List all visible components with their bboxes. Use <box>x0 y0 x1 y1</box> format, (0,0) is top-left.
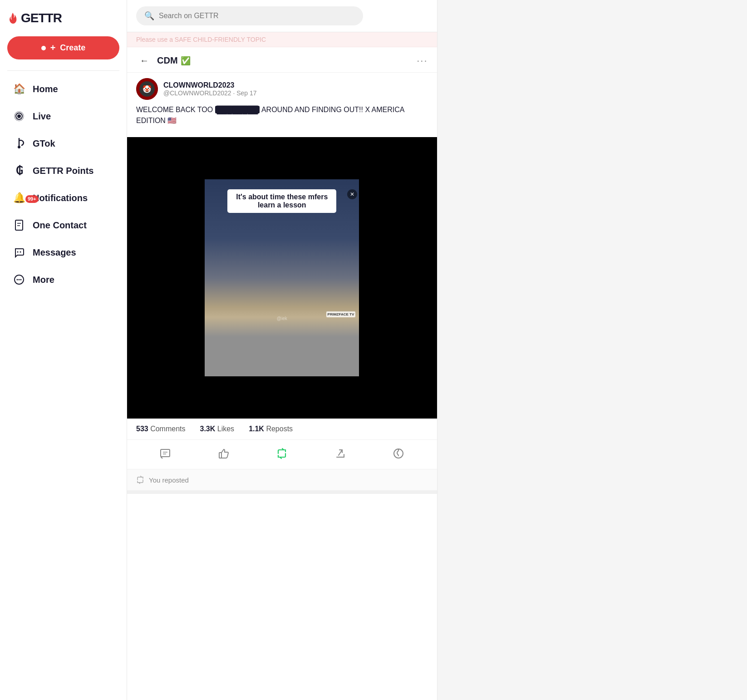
post-body: 🤡 CLOWNWORLD2023 @CLOWNWORLD2022 · Sep 1… <box>127 73 437 137</box>
nav-label-more: More <box>33 275 54 285</box>
video-watermark: PRIMZFACE TV <box>326 311 356 317</box>
comments-label: Comments <box>150 425 185 433</box>
share-icon <box>335 448 346 459</box>
faded-top-bar: Please use a SAFE CHILD-FRIENDLY TOPIC <box>127 32 437 47</box>
search-input[interactable] <box>159 12 355 20</box>
post-more-button[interactable]: ··· <box>417 55 428 67</box>
one-contact-icon <box>13 219 25 232</box>
sidebar-divider <box>7 70 119 71</box>
messages-icon <box>13 246 25 259</box>
video-handle-watermark: @iek <box>277 316 287 321</box>
create-button[interactable]: + Create <box>7 36 119 59</box>
likes-stat: 3.3K Likes <box>200 425 235 433</box>
video-overlay-text: It's about time these mfers learn a less… <box>227 189 336 213</box>
sidebar-item-live[interactable]: Live <box>7 104 119 129</box>
svg-point-3 <box>18 146 20 148</box>
svg-point-12 <box>20 279 22 281</box>
repost-notice-text: You reposted <box>149 476 189 484</box>
svg-point-0 <box>17 114 21 118</box>
sidebar-item-gettr-points[interactable]: ₲ GETTR Points <box>7 158 119 183</box>
verified-icon: ✅ <box>181 56 191 66</box>
svg-point-10 <box>17 279 18 281</box>
sidebar-item-home[interactable]: 🏠 Home <box>7 76 119 102</box>
post-card: ← CDM ✅ ··· 🤡 <box>127 47 437 494</box>
post-handle-date: @CLOWNWORLD2022 · Sep 17 <box>163 89 257 97</box>
nav-label-live: Live <box>33 111 51 122</box>
right-panel <box>437 0 747 700</box>
nav-label-gettr-points: GETTR Points <box>33 166 93 176</box>
plus-icon: + <box>50 43 56 53</box>
sidebar-item-one-contact[interactable]: One Contact <box>7 212 119 238</box>
notification-badge: 99+ <box>25 195 39 203</box>
bell-icon: 🔔 99+ <box>13 192 25 204</box>
nav-label-one-contact: One Contact <box>33 220 87 231</box>
nav-label-messages: Messages <box>33 247 76 258</box>
more-icon <box>13 273 25 286</box>
svg-text:🤡: 🤡 <box>143 85 152 94</box>
nav-label-notifications: Notifications <box>33 193 88 203</box>
nav-label-home: Home <box>33 84 58 94</box>
logo-text: GETTR <box>21 11 62 25</box>
like-icon <box>218 448 229 459</box>
likes-count: 3.3K <box>200 425 216 433</box>
channel-name: CDM <box>157 55 178 66</box>
gtok-icon <box>13 137 25 150</box>
tip-icon <box>393 448 404 459</box>
sidebar-item-messages[interactable]: Messages <box>7 240 119 265</box>
comments-stat: 533 Comments <box>136 425 186 433</box>
video-inner: It's about time these mfers learn a less… <box>205 137 359 419</box>
stats-row: 533 Comments 3.3K Likes 1.1K Reposts <box>127 419 437 440</box>
svg-point-8 <box>20 251 21 253</box>
avatar: 🤡 <box>136 78 158 100</box>
nav-label-gtok: GTok <box>33 138 55 149</box>
svg-point-11 <box>19 279 20 281</box>
repost-icon <box>276 448 287 459</box>
video-close-button[interactable]: ✕ <box>347 189 357 199</box>
avatar-image: 🤡 <box>136 78 158 100</box>
repost-button[interactable] <box>269 444 295 463</box>
post-censored-word: ████████ <box>215 106 260 113</box>
channel-title: CDM ✅ <box>157 55 191 66</box>
actions-row <box>127 440 437 469</box>
post-username: CLOWNWORLD2023 <box>163 81 257 89</box>
sidebar: GETTR + Create 🏠 Home Live GTok <box>0 0 127 700</box>
svg-point-7 <box>17 251 19 253</box>
post-text: WELCOME BACK TOO ████████ AROUND AND FIN… <box>136 104 428 126</box>
tip-button[interactable] <box>386 444 411 463</box>
video-container: It's about time these mfers learn a less… <box>127 137 437 419</box>
create-dot <box>41 46 46 50</box>
svg-point-22 <box>398 449 399 451</box>
sidebar-item-notifications[interactable]: 🔔 99+ Notifications <box>7 185 119 211</box>
sidebar-item-more[interactable]: More <box>7 267 119 292</box>
back-button[interactable]: ← <box>136 54 152 68</box>
post-user-row: 🤡 CLOWNWORLD2023 @CLOWNWORLD2022 · Sep 1… <box>136 78 428 100</box>
post-text-before: WELCOME BACK TOO <box>136 106 213 113</box>
sidebar-item-gtok[interactable]: GTok <box>7 131 119 156</box>
logo: GETTR <box>7 9 119 27</box>
search-icon: 🔍 <box>144 11 154 21</box>
home-icon: 🏠 <box>13 83 25 95</box>
svg-rect-16 <box>161 449 170 457</box>
likes-label: Likes <box>217 425 234 433</box>
reposts-count: 1.1K <box>249 425 264 433</box>
repost-notice: You reposted <box>127 469 437 490</box>
gettr-points-icon: ₲ <box>13 164 25 177</box>
svg-rect-20 <box>219 453 221 458</box>
post-user-info: CLOWNWORLD2023 @CLOWNWORLD2022 · Sep 17 <box>163 81 257 97</box>
post-handle: @CLOWNWORLD2022 <box>163 89 231 97</box>
flame-icon <box>7 12 18 25</box>
comments-count: 533 <box>136 425 148 433</box>
comment-button[interactable] <box>152 444 178 463</box>
search-bar-wrapper: 🔍 <box>127 0 437 32</box>
repost-notice-icon <box>136 476 144 484</box>
reposts-label: Reposts <box>266 425 293 433</box>
reposts-stat: 1.1K Reposts <box>249 425 293 433</box>
post-date: Sep 17 <box>236 89 256 97</box>
live-icon <box>13 110 25 123</box>
search-bar[interactable]: 🔍 <box>136 6 363 25</box>
main-content: 🔍 Please use a SAFE CHILD-FRIENDLY TOPIC… <box>127 0 437 700</box>
like-button[interactable] <box>211 444 236 463</box>
share-button[interactable] <box>328 444 353 463</box>
comment-icon <box>160 448 171 459</box>
channel-header: ← CDM ✅ ··· <box>127 47 437 73</box>
